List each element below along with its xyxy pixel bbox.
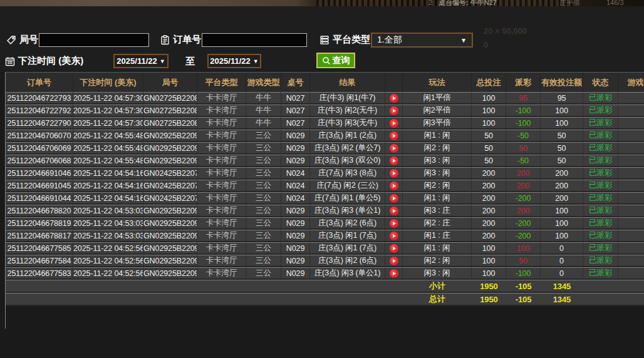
cell-table-no: N024 [281,167,310,180]
cell-game [618,242,644,255]
cell-total-bet: 100 [472,255,506,267]
cell-platform: 卡卡湾厅 [197,130,246,142]
cell-order-number: 251122046677585 [6,242,73,255]
replay-play-icon[interactable] [390,94,398,103]
cell-bet-time: 2025-11-22 04:53:03 [73,217,143,230]
table-row: 251122046691046 2025-11-22 04:54:16 GN02… [6,167,644,180]
cell-valid-bet: 50 [541,130,583,142]
order-number-label: 订单号 [160,34,201,46]
cell-valid-bet: 100 [541,205,583,217]
cell-payout: 50 [506,142,541,155]
search-icon [322,56,331,65]
cell-order-number: 251122046722793 [6,92,73,105]
cell-round-number: GN02925B22097 [143,142,197,155]
cell-payout: -200 [506,192,541,205]
cell-valid-bet: 50 [541,155,583,167]
date-to-button[interactable]: 2025/11/22 ▼ [207,54,261,68]
cell-game-type: 牛牛 [246,117,281,130]
cell-bet-time: 2025-11-22 04:55:48 [73,155,143,167]
replay-play-icon[interactable] [390,182,398,190]
cell-valid-bet: 200 [541,167,583,180]
cell-replay [385,167,403,180]
cell-platform: 卡卡湾厅 [197,242,246,255]
replay-play-icon[interactable] [390,131,398,140]
replay-play-icon[interactable] [390,119,398,128]
col-table-no: 桌号 [281,73,310,92]
cell-status: 已派彩 [583,142,618,155]
cell-round-number: GN02925B22097 [143,155,197,167]
cell-result: 庄(3点) 闲3 (单公1) [310,267,385,280]
table-header-row: 订单号 下注时间 (美东) 局号 平台类型 游戏类型 桌号 结果 玩法 总投注 … [6,73,644,92]
cell-result: 庄(牛3) 闲2(无牛) [310,105,385,117]
round-number-input[interactable] [39,33,149,47]
cell-order-number: 251122046691045 [6,180,73,192]
col-platform: 平台类型 [197,73,246,92]
cell-result: 庄(7点) 闲3 (8点) [310,167,385,180]
date-from-button[interactable]: 2025/11/22 ▼ [113,54,169,68]
cell-play-type: 闲1 : 庄 [403,230,472,242]
cell-order-number: 251122046706068 [6,155,73,167]
replay-play-icon[interactable] [390,232,398,240]
cell-status: 已派彩 [583,92,618,105]
cell-platform: 卡卡湾厅 [197,205,246,217]
replay-play-icon[interactable] [390,144,398,153]
cell-table-no: N029 [281,130,310,142]
cell-status: 已派彩 [583,130,618,142]
cell-result: 庄(3点) 闲2 (6点) [310,255,385,267]
replay-play-icon[interactable] [390,169,398,178]
col-game: 游戏 [618,73,644,92]
query-button[interactable]: 查询 [316,53,355,68]
cell-replay [385,180,403,192]
cell-game-type: 牛牛 [246,105,281,117]
replay-play-icon[interactable] [390,244,398,253]
replay-play-icon[interactable] [390,106,398,115]
cell-payout: 200 [506,180,541,192]
total-row: 总计 1950 -105 1345 [6,293,644,306]
replay-play-icon[interactable] [390,219,398,228]
cell-total-bet: 50 [472,155,506,167]
cell-result: 庄(牛3) 闲3(无牛) [310,117,385,130]
cell-order-number: 251122046722792 [6,105,73,117]
replay-play-icon[interactable] [390,194,398,203]
table-row: 251122046706068 2025-11-22 04:55:48 GN02… [6,155,644,167]
cell-payout: -50 [506,155,541,167]
cell-play-type: 闲2 : 闲 [403,255,472,267]
table-row: 251122046706070 2025-11-22 04:55:48 GN02… [6,130,644,142]
cell-valid-bet: 200 [541,192,583,205]
cell-order-number: 251122046722790 [6,117,73,130]
cell-play-type: 闲3平倍 [403,117,472,130]
replay-play-icon[interactable] [390,257,398,265]
cell-bet-time: 2025-11-22 04:57:30 [73,105,143,117]
cell-valid-bet: 100 [541,217,583,230]
cell-play-type: 闲3 : 庄 [403,205,472,217]
cell-status: 已派彩 [583,180,618,192]
cell-status: 已派彩 [583,155,618,167]
cell-platform: 卡卡湾厅 [197,192,246,205]
cell-table-no: N029 [281,242,310,255]
cell-play-type: 闲1平倍 [403,92,472,105]
cell-order-number: 251122046678819 [6,217,73,230]
replay-play-icon[interactable] [390,269,398,278]
cell-play-type: 闲3 : 闲 [403,155,472,167]
cell-table-no: N029 [281,217,310,230]
cell-payout: -50 [506,130,541,142]
cell-status: 已派彩 [583,105,618,117]
replay-play-icon[interactable] [390,156,398,165]
cell-game [618,255,644,267]
cell-platform: 卡卡湾厅 [197,180,246,192]
cell-play-type: 闲2平倍 [403,105,472,117]
order-number-input[interactable] [202,33,307,47]
table-row: 251122046722792 2025-11-22 04:57:30 GN02… [6,105,644,117]
replay-play-icon[interactable] [390,207,398,215]
cell-table-no: N029 [281,205,310,217]
cell-result: 庄(3点) 闲1 (2点) [310,130,385,142]
cell-replay [385,267,403,280]
cell-platform: 卡卡湾厅 [197,167,246,180]
cell-game-type: 三公 [246,205,281,217]
cell-table-no: N027 [281,92,310,105]
cell-valid-bet: 100 [541,117,583,130]
table-row: 251122046678820 2025-11-22 04:53:03 GN02… [6,205,644,217]
cell-order-number: 251122046678820 [6,205,73,217]
cell-bet-time: 2025-11-22 04:55:48 [73,130,143,142]
platform-type-select[interactable]: 1.全部 ▼ [371,33,473,48]
